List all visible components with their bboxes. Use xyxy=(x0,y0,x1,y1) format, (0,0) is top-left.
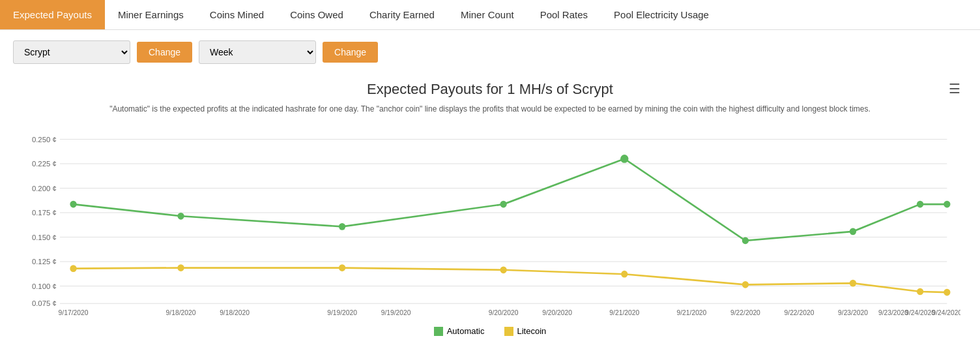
svg-point-46 xyxy=(850,280,856,287)
legend-color-automatic xyxy=(434,327,443,336)
svg-text:9/20/2020: 9/20/2020 xyxy=(489,309,519,316)
legend-item-automatic: Automatic xyxy=(434,326,485,336)
svg-text:9/19/2020: 9/19/2020 xyxy=(327,309,357,316)
legend-item-litecoin: Litecoin xyxy=(504,326,547,336)
svg-point-34 xyxy=(500,201,506,208)
svg-point-39 xyxy=(944,201,950,208)
svg-text:9/22/2020: 9/22/2020 xyxy=(730,309,760,316)
svg-point-31 xyxy=(70,201,76,208)
nav-tab-coins-mined[interactable]: Coins Mined xyxy=(197,0,277,29)
nav-tab-charity-earned[interactable]: Charity Earned xyxy=(356,0,448,29)
svg-point-33 xyxy=(339,223,345,230)
legend-color-litecoin xyxy=(504,327,513,336)
svg-point-40 xyxy=(70,265,76,272)
chart-menu-icon[interactable]: ☰ xyxy=(949,81,960,97)
svg-point-38 xyxy=(917,201,923,208)
svg-text:9/20/2020: 9/20/2020 xyxy=(542,309,572,316)
svg-point-35 xyxy=(620,155,628,163)
nav-tab-miner-earnings[interactable]: Miner Earnings xyxy=(105,0,197,29)
chart-title: Expected Payouts for 1 MH/s of Scrypt xyxy=(20,81,960,98)
algorithm-select[interactable]: Scrypt SHA256 X11 Ethash xyxy=(13,40,130,64)
svg-text:9/22/2020: 9/22/2020 xyxy=(785,309,814,316)
svg-text:9/24/2020: 9/24/2020 xyxy=(905,309,935,316)
svg-text:9/18/2020: 9/18/2020 xyxy=(220,309,250,316)
nav-tabs: Expected PayoutsMiner EarningsCoins Mine… xyxy=(0,0,980,30)
svg-text:0.075 ¢: 0.075 ¢ xyxy=(32,299,57,307)
svg-text:9/21/2020: 9/21/2020 xyxy=(677,309,707,316)
svg-point-48 xyxy=(944,289,950,296)
chart-legend: Automatic Litecoin xyxy=(20,326,960,336)
nav-tab-pool-rates[interactable]: Pool Rates xyxy=(527,0,601,29)
svg-point-44 xyxy=(621,271,627,278)
legend-label-automatic: Automatic xyxy=(447,326,485,336)
svg-point-37 xyxy=(850,228,856,235)
nav-tab-miner-count[interactable]: Miner Count xyxy=(448,0,527,29)
svg-text:0.200 ¢: 0.200 ¢ xyxy=(32,185,57,192)
period-select[interactable]: Day Week Month Year xyxy=(199,40,316,64)
chart-wrapper: 0.250 ¢ 0.225 ¢ 0.200 ¢ 0.175 ¢ 0.150 ¢ … xyxy=(20,125,960,321)
algorithm-change-button[interactable]: Change xyxy=(137,42,192,63)
svg-point-42 xyxy=(339,264,345,271)
svg-text:0.175 ¢: 0.175 ¢ xyxy=(32,209,57,217)
chart-svg: 0.250 ¢ 0.225 ¢ 0.200 ¢ 0.175 ¢ 0.150 ¢ … xyxy=(20,125,960,321)
svg-point-32 xyxy=(177,213,184,220)
svg-text:9/21/2020: 9/21/2020 xyxy=(609,309,639,316)
svg-text:9/23/2020: 9/23/2020 xyxy=(878,309,908,316)
svg-point-43 xyxy=(500,266,506,273)
svg-text:0.100 ¢: 0.100 ¢ xyxy=(32,282,57,290)
svg-text:9/17/2020: 9/17/2020 xyxy=(59,309,89,316)
svg-text:9/18/2020: 9/18/2020 xyxy=(166,309,196,316)
svg-text:0.250 ¢: 0.250 ¢ xyxy=(32,136,57,144)
chart-container: ☰ Expected Payouts for 1 MH/s of Scrypt … xyxy=(0,74,980,349)
chart-subtitle: "Automatic" is the expected profits at t… xyxy=(20,103,960,115)
period-change-button[interactable]: Change xyxy=(323,42,378,63)
svg-text:9/24/2020: 9/24/2020 xyxy=(932,309,960,316)
svg-text:0.225 ¢: 0.225 ¢ xyxy=(32,160,57,168)
svg-point-36 xyxy=(742,237,749,244)
svg-text:9/23/2020: 9/23/2020 xyxy=(838,309,868,316)
nav-tab-coins-owed[interactable]: Coins Owed xyxy=(277,0,356,29)
svg-text:9/19/2020: 9/19/2020 xyxy=(381,309,411,316)
svg-text:0.150 ¢: 0.150 ¢ xyxy=(32,234,57,241)
svg-point-41 xyxy=(177,264,184,271)
controls-bar: Scrypt SHA256 X11 Ethash Change Day Week… xyxy=(0,30,980,74)
nav-tab-expected-payouts[interactable]: Expected Payouts xyxy=(0,0,105,29)
svg-point-47 xyxy=(917,288,923,296)
svg-point-45 xyxy=(742,281,749,288)
legend-label-litecoin: Litecoin xyxy=(517,326,547,336)
nav-tab-pool-electricity-usage[interactable]: Pool Electricity Usage xyxy=(601,0,722,29)
svg-text:0.125 ¢: 0.125 ¢ xyxy=(32,258,57,265)
